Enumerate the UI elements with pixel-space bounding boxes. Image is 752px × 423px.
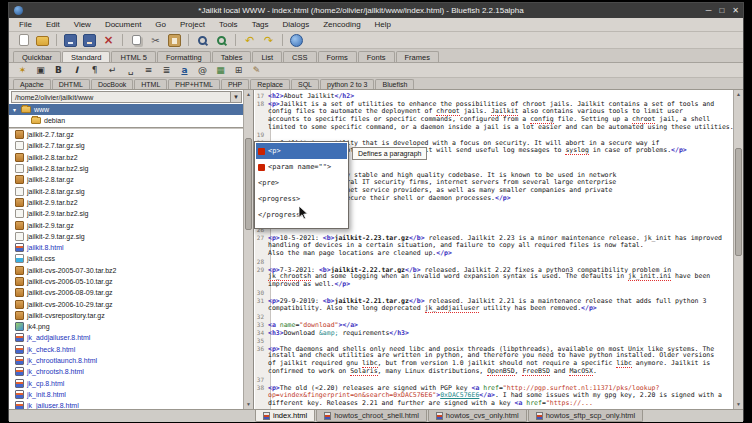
copy-button[interactable] <box>127 33 146 48</box>
snippet-tab-docbook[interactable]: DocBook <box>91 79 133 89</box>
code-line[interactable]: 32 <box>255 313 733 321</box>
break-button[interactable]: ↵ <box>104 64 121 77</box>
snippet-tab-php[interactable]: PHP <box>221 79 249 89</box>
paste-button[interactable] <box>165 33 184 48</box>
file-item[interactable]: jailkit-2.9.tar.gz <box>9 219 243 230</box>
comment-button[interactable]: ✎ <box>248 64 265 77</box>
file-item[interactable]: jk_chrootsh.8.html <box>9 366 243 377</box>
scroll-up-icon[interactable]: ▲ <box>244 90 253 99</box>
file-item[interactable]: jailkit-2.9.tar.bz2.sig <box>9 208 243 219</box>
saveas-button[interactable] <box>80 33 99 48</box>
autocomplete-item[interactable]: <pre> <box>256 175 347 191</box>
scroll-down-icon[interactable]: ▼ <box>734 400 743 409</box>
code-editor[interactable]: 17<h2>About Jailkit</h2>18<p>Jailkit is … <box>255 90 733 409</box>
maximize-button[interactable]: □ <box>719 6 724 15</box>
file-item[interactable]: jailkit-2.9.tar.bz2 <box>9 197 243 208</box>
menu-help[interactable]: Help <box>368 18 398 31</box>
tab-fonts[interactable]: Fonts <box>358 51 395 62</box>
file-item[interactable]: jailkit-2.9.tar.gz.sig <box>9 231 243 242</box>
code-line[interactable]: 19 <box>255 131 733 139</box>
code-line[interactable]: 17<h2>About Jailkit</h2> <box>255 92 733 100</box>
menu-dialogs[interactable]: Dialogs <box>276 18 317 31</box>
image-button[interactable]: ▦ <box>212 64 229 77</box>
doc-tab-index-html[interactable]: index.html <box>255 410 315 422</box>
code-line[interactable]: handling of devices in a certain situati… <box>255 242 733 250</box>
file-item[interactable]: jk_chrootlaunch.8.html <box>9 355 243 366</box>
file-item[interactable]: jk_jailuser.8.html <box>9 400 243 409</box>
file-item[interactable]: jailkit.css <box>9 253 243 264</box>
table-button[interactable]: ⊞ <box>230 64 247 77</box>
editor-scrollbar-thumb[interactable] <box>735 148 742 256</box>
rightjustify-button[interactable]: ≣ <box>158 64 175 77</box>
file-item[interactable]: jk_addjailuser.8.html <box>9 332 243 343</box>
code-line[interactable]: 38<p>The old (<2.20) releases are signed… <box>255 384 733 392</box>
autocomplete-item[interactable]: <p> <box>256 143 347 159</box>
code-line[interactable]: 35 <box>255 337 733 345</box>
code-line[interactable]: limited to some specific command, or a d… <box>255 124 733 132</box>
find-button[interactable] <box>193 33 212 48</box>
code-line[interactable]: jk_chrootsh and some logging when an inv… <box>255 273 733 281</box>
menu-view[interactable]: View <box>67 18 98 31</box>
close-button[interactable]: ✕ <box>732 6 739 15</box>
file-item[interactable]: jailkit-2.8.tar.gz.sig <box>9 185 243 196</box>
code-line[interactable]: 37 <box>255 376 733 384</box>
code-line[interactable]: 27<p>10-5-2021: <b>jailkit-2.23.tar.gz</… <box>255 234 733 242</box>
snippet-tab-apache[interactable]: Apache <box>13 79 51 89</box>
file-item[interactable]: jk4.png <box>9 321 243 332</box>
quickstart-button[interactable]: ✶ <box>14 64 31 77</box>
titlebar[interactable]: *Jailkit local WWW - index.html (/home2/… <box>9 3 743 18</box>
autocomplete-item[interactable]: <param name=""> <box>256 159 347 175</box>
file-item[interactable]: jailkit-2.8.tar.bz2.sig <box>9 163 243 174</box>
sidebar-scrollbar[interactable]: ▲ ▼ <box>243 90 253 409</box>
center-button[interactable]: ≡ <box>140 64 157 77</box>
scroll-down-icon[interactable]: ▼ <box>244 400 253 409</box>
code-line[interactable]: op=vindex&fingerprint=on&search=0xDAC576… <box>255 392 733 400</box>
code-line[interactable]: different key. Releases 2.21 and further… <box>255 400 733 408</box>
editor-scrollbar[interactable]: ▲ ▼ <box>733 90 743 409</box>
code-text[interactable]: 17<h2>About Jailkit</h2>18<p>Jailkit is … <box>255 92 733 408</box>
anchor-button[interactable]: a <box>176 64 193 77</box>
minimize-button[interactable]: ─ <box>706 6 712 15</box>
file-item[interactable]: jailkit-2.8.tar.bz2 <box>9 152 243 163</box>
file-item[interactable]: jailkit-cvs-2005-07-30.tar.bz2 <box>9 265 243 276</box>
code-line[interactable]: compatibility. Also the long deprecated … <box>255 305 733 313</box>
expander-open-icon[interactable]: ▾ <box>13 106 21 113</box>
menu-edit[interactable]: Edit <box>39 18 67 31</box>
file-item[interactable]: jailkit-cvs-2006-08-09.tar.gz <box>9 287 243 298</box>
snippet-tab-html[interactable]: HTML <box>134 79 167 89</box>
email-button[interactable]: @ <box>194 64 211 77</box>
new-button[interactable] <box>14 33 33 48</box>
redo-button[interactable] <box>259 33 278 48</box>
cut-button[interactable] <box>146 33 165 48</box>
scroll-up-icon[interactable]: ▲ <box>734 90 743 99</box>
code-line[interactable]: config files to automate the deployment … <box>255 108 733 116</box>
doc-tab-howtos-cvs-only-html[interactable]: howtos_cvs_only.html <box>428 410 527 422</box>
snippet-tab-php-html[interactable]: PHP+HTML <box>168 79 220 89</box>
tab-tables[interactable]: Tables <box>212 51 252 62</box>
menu-document[interactable]: Document <box>98 18 148 31</box>
code-line[interactable]: improved as well.</p> <box>255 281 733 289</box>
code-line[interactable]: 31<p>29-9-2019: <b>jailkit-2.21.tar.gz</… <box>255 297 733 305</box>
file-item[interactable]: jailkit-2.7.tar.gz.sig <box>9 140 243 151</box>
snippet-tab-bluefish[interactable]: Bluefish <box>375 79 414 89</box>
code-line[interactable]: 29<p>7-3-2021: <b>jailkit-2.22.tar.gz</b… <box>255 266 733 274</box>
code-line[interactable]: 34<h3>Download &amp; requirements</h3> <box>255 329 733 337</box>
code-line[interactable]: install and check utilities are written … <box>255 352 733 360</box>
snippet-tab-dhtml[interactable]: DHTML <box>52 79 90 89</box>
bold-button[interactable]: B <box>50 64 67 77</box>
tab-frames[interactable]: Frames <box>396 51 439 62</box>
file-item[interactable]: jk_check.8.html <box>9 344 243 355</box>
body-button[interactable]: ▣ <box>32 64 49 77</box>
preview-button[interactable] <box>287 33 306 48</box>
tab-list[interactable]: List <box>252 51 282 62</box>
directory-combobox[interactable]: /home2/olivier/jailkit/www ▼ <box>11 91 242 103</box>
file-item[interactable]: jailkit-cvs-2006-10-29.tar.gz <box>9 298 243 309</box>
menu-file[interactable]: File <box>12 18 39 31</box>
nbsp-button[interactable]: ␣ <box>122 64 139 77</box>
tree-item-www[interactable]: ▾www <box>9 104 243 115</box>
code-line[interactable]: of jailkit required gnu libc, but from v… <box>255 360 733 368</box>
code-line[interactable]: Also the man page locations are cleaned … <box>255 250 733 258</box>
doc-tab-howtos-chroot-shell-html[interactable]: howtos_chroot_shell.html <box>316 410 427 422</box>
doc-tab-howtos-sftp-scp-only-html[interactable]: howtos_sftp_scp_only.html <box>528 410 644 422</box>
tab-formatting[interactable]: Formatting <box>157 51 211 62</box>
